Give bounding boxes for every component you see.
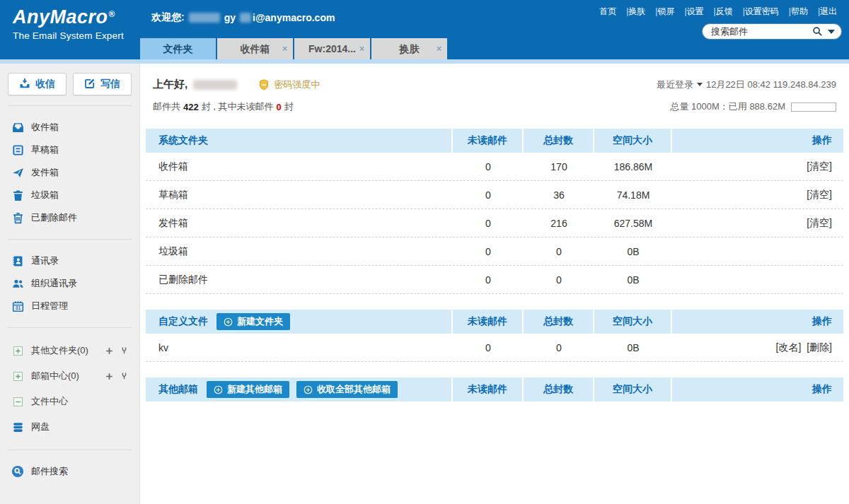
folder-name-link[interactable]: kv (146, 342, 453, 353)
link-help[interactable]: 帮助 (784, 6, 813, 18)
link-home[interactable]: 首页 (594, 6, 621, 18)
tab-inbox[interactable]: 收件箱 × (217, 38, 293, 59)
delete-folder-link[interactable]: [删除] (807, 341, 832, 353)
folder-name-link[interactable]: 垃圾箱 (146, 245, 453, 258)
col-total-header: 总封数 (524, 129, 594, 153)
sidebar-divider (8, 327, 132, 328)
expand-plus-icon[interactable] (11, 370, 24, 382)
col-ops-header: 操作 (672, 310, 843, 334)
link-lock-screen[interactable]: 锁屏 (650, 6, 679, 18)
manage-account-wrench-icon[interactable] (120, 372, 128, 380)
clear-folder-link[interactable]: [清空] (807, 160, 832, 172)
tab-close-icon[interactable]: × (282, 38, 287, 59)
tab-bar: 文件夹 收件箱 × Fw:2014... × 换肤 × (140, 38, 447, 59)
link-set-password[interactable]: 设置密码 (738, 6, 784, 18)
new-folder-button[interactable]: 新建文件夹 (216, 313, 290, 330)
fetch-all-mailboxes-button[interactable]: 收取全部其他邮箱 (296, 381, 398, 398)
shield-icon (258, 79, 270, 90)
folder-name-link[interactable]: 草稿箱 (146, 189, 453, 201)
mail-total-count: 422 (183, 102, 199, 112)
quota-block: 总量 1000M：已用 888.62M (670, 100, 836, 113)
welcome-label: 欢迎您: (151, 11, 185, 24)
compose-mail-button[interactable]: 写信 (73, 73, 132, 95)
clear-folder-link[interactable]: [清空] (807, 217, 832, 228)
tab-folders[interactable]: 文件夹 (140, 38, 216, 59)
col-size-header: 空间大小 (594, 310, 672, 334)
search-options-caret-icon[interactable] (828, 30, 835, 34)
drafts-icon (11, 143, 24, 156)
custom-table-title: 自定义文件 (158, 315, 208, 328)
sidebar-item-netdisk[interactable]: 网盘 (0, 414, 139, 440)
last-login-value: 12月22日 08:42 119.248.84.239 (706, 78, 836, 91)
col-unread-header: 未读邮件 (453, 310, 524, 334)
tab-fw2014[interactable]: Fw:2014... × (294, 38, 370, 59)
sidebar-item-file-center[interactable]: 文件中心 (0, 389, 139, 414)
calendar-icon: 31 (11, 300, 24, 312)
table-row-junk: 垃圾箱 0 0 0B (146, 238, 843, 266)
tab-skin[interactable]: 换肤 × (371, 38, 447, 59)
welcome-bar: 欢迎您: gy i@anymacro.com (151, 11, 335, 24)
sidebar-item-org-contacts[interactable]: 组织通讯录 (0, 272, 139, 295)
welcome-user-suffix: gy (224, 12, 236, 23)
col-ops-header: 操作 (672, 377, 843, 402)
expand-plus-icon[interactable] (11, 344, 24, 357)
link-logout[interactable]: 退出 (813, 6, 842, 18)
folder-name-link[interactable]: 发件箱 (146, 217, 453, 230)
col-unread-header: 未读邮件 (453, 129, 524, 153)
search-input[interactable] (711, 26, 812, 37)
new-other-mailbox-button[interactable]: 新建其他邮箱 (207, 381, 289, 398)
masked-username (189, 13, 220, 23)
brand-logo: AnyMacro® The Email System Expert (13, 6, 124, 41)
sidebar-divider (8, 239, 132, 240)
mail-search-box[interactable] (702, 23, 842, 40)
receive-mail-icon (19, 78, 30, 91)
receive-mail-button[interactable]: 收信 (8, 73, 67, 95)
inbox-icon (11, 121, 24, 134)
sidebar-item-mail-search[interactable]: 邮件搜索 (0, 460, 139, 483)
last-login-label[interactable]: 最近登录 (657, 78, 693, 91)
compose-mail-icon (84, 78, 96, 91)
search-icon[interactable] (812, 26, 823, 37)
col-total-header: 总封数 (524, 377, 594, 402)
sidebar-item-mail-center[interactable]: 邮箱中心(0) (0, 363, 139, 389)
last-login-caret-icon[interactable] (697, 83, 703, 86)
link-settings[interactable]: 设置 (679, 6, 708, 18)
sidebar-item-drafts[interactable]: 草稿箱 (0, 139, 139, 161)
tab-close-icon[interactable]: × (359, 38, 364, 59)
sidebar-item-inbox[interactable]: 收件箱 (0, 116, 139, 139)
plus-circle-icon (214, 385, 223, 394)
plus-circle-icon (224, 317, 233, 327)
folder-name-link[interactable]: 收件箱 (146, 160, 453, 173)
sidebar-item-other-folders[interactable]: 其他文件夹(0) (0, 338, 139, 363)
link-feedback[interactable]: 反馈 (709, 6, 738, 18)
sidebar-item-calendar[interactable]: 31 日程管理 (0, 295, 139, 317)
collapse-minus-icon[interactable] (11, 395, 24, 408)
clear-folder-link[interactable]: [清空] (807, 189, 832, 200)
logo-text: AnyMacro (13, 6, 108, 28)
sidebar-item-contacts[interactable]: 通讯录 (0, 250, 139, 272)
rename-folder-link[interactable]: [改名] (776, 341, 802, 353)
mail-search-icon (11, 465, 24, 478)
custom-folders-table: 自定义文件 新建文件夹 未读邮件 总封数 空间大小 操作 kv 0 0 (146, 310, 843, 362)
add-account-icon[interactable] (105, 373, 113, 380)
folder-name-link[interactable]: 已删除邮件 (146, 274, 453, 286)
link-change-skin[interactable]: 换肤 (621, 6, 650, 18)
sidebar-divider (8, 105, 132, 106)
manage-folder-wrench-icon[interactable] (120, 346, 128, 355)
tab-close-icon[interactable]: × (437, 38, 441, 59)
col-ops-header: 操作 (672, 129, 843, 153)
table-row-inbox: 收件箱 0 170 186.86M [清空] (146, 153, 843, 181)
table-row-custom-kv: kv 0 0 0B [改名] [删除] (146, 334, 843, 362)
main-content: 上午好, 密码强度中 最近登录 12月22日 08:42 119.248.84.… (140, 64, 849, 504)
top-header: AnyMacro® The Email System Expert 欢迎您: g… (0, 0, 849, 59)
sidebar-item-sent[interactable]: 发件箱 (0, 161, 139, 184)
sidebar-item-junk[interactable]: 垃圾箱 (0, 184, 139, 206)
registered-mark: ® (109, 9, 115, 19)
add-folder-icon[interactable] (105, 347, 113, 355)
mail-stats-prefix: 邮件共 (153, 100, 180, 113)
mail-stats-suffix: 封 (284, 100, 294, 113)
trash-icon (11, 189, 24, 201)
sidebar-item-deleted[interactable]: 已删除邮件 (0, 206, 139, 229)
password-strength-badge[interactable]: 密码强度中 (258, 78, 320, 91)
address-book-icon (11, 254, 24, 267)
